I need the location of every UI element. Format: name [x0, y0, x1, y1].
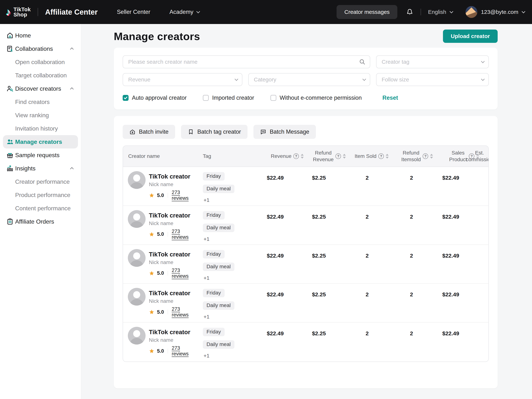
reviews-link[interactable]: 273 reviews [172, 229, 197, 240]
sort-arrows-icon[interactable] [386, 154, 389, 159]
sidebar-item-home[interactable]: Home [0, 29, 81, 42]
category-select[interactable]: Category [248, 73, 370, 86]
tiktok-shop-logo[interactable]: ♪ TikTok Shop [6, 7, 31, 17]
revenue-select[interactable]: Revenue [123, 73, 242, 86]
chevron-up-icon[interactable] [70, 167, 74, 171]
help-icon[interactable]: ? [469, 153, 474, 159]
cell-revenue: $22.49 [247, 245, 287, 283]
table-body: TikTok creator Nick name 5.0 273 reviews… [123, 167, 489, 362]
chevron-up-icon[interactable] [70, 47, 74, 51]
tag-chip: Friday [203, 289, 225, 297]
sidebar-item-insights[interactable]: Insights [0, 162, 81, 175]
checkbox-imported-creator[interactable]: Imported creator [203, 94, 254, 101]
help-icon[interactable]: ? [293, 153, 299, 159]
account-menu[interactable]: 123@byte.com [481, 9, 524, 15]
sidebar-item-view-ranking[interactable]: View ranking [0, 109, 81, 122]
checkbox-auto-approval-creator[interactable]: Auto approval creator [123, 94, 187, 101]
batch-invite-button[interactable]: Batch invite [123, 125, 175, 139]
reviews-link[interactable]: 273 reviews [172, 190, 197, 201]
creator-search-input[interactable] [123, 55, 370, 68]
reviews-link[interactable]: 273 reviews [172, 345, 197, 357]
star-icon [149, 309, 154, 315]
batch-toolbar: Batch inviteBatch tag creatorBatch Messa… [123, 125, 489, 139]
sort-arrows-icon[interactable] [343, 154, 346, 159]
column-label: Item Sold [355, 153, 376, 160]
sort-arrows-icon[interactable] [301, 154, 304, 159]
cell-refund_itemsold: 2 [372, 284, 417, 322]
checkbox-box[interactable] [270, 95, 276, 101]
cell-item_sold: 2 [329, 206, 372, 244]
search-icon[interactable] [359, 58, 366, 65]
chevron-down-icon [362, 77, 366, 81]
creator-nickname: Nick name [149, 220, 197, 226]
more-tags[interactable]: +1 [203, 275, 247, 281]
sidebar-item-creator-performance[interactable]: Creator performance [0, 175, 81, 188]
sidebar-item-invitation-history[interactable]: Invitation history [0, 122, 81, 135]
cell-revenue: $22.49 [247, 167, 287, 206]
sidebar-item-manage-creators[interactable]: Manage creators [3, 135, 78, 149]
filter-checkbox-row: Auto approval creatorImported creatorWit… [123, 94, 489, 101]
cell-refund_revenue: $2.25 [287, 323, 329, 362]
sidebar-item-target-collaboration[interactable]: Target collaboration [0, 69, 81, 82]
more-tags[interactable]: +1 [203, 236, 247, 242]
batch-tag-creator-button[interactable]: Batch tag creator [181, 125, 247, 139]
filter-card: Creator tag Revenue Category Follow size… [114, 48, 498, 110]
checkbox-box[interactable] [203, 95, 209, 101]
reset-filters-link[interactable]: Reset [382, 94, 398, 101]
language-selector[interactable]: English [428, 9, 452, 15]
sidebar-item-product-performance[interactable]: Product performance [0, 188, 81, 202]
tag-cell: FridayDaily meal+1 [197, 245, 247, 283]
creator-name[interactable]: TikTok creator [149, 212, 197, 219]
tag-cell: FridayDaily meal+1 [197, 167, 247, 206]
sidebar-item-label: Invitation history [15, 125, 58, 132]
reviews-link[interactable]: 273 reviews [172, 268, 197, 279]
tag-icon [188, 129, 194, 135]
account-avatar[interactable] [466, 6, 477, 18]
chevron-down-icon [522, 10, 525, 13]
sidebar-item-find-creators[interactable]: Find creators [0, 95, 81, 109]
sidebar-item-open-collaboration[interactable]: Open collaboration [0, 55, 81, 69]
creator-name[interactable]: TikTok creator [149, 173, 197, 180]
batch-message-button[interactable]: Batch Message [253, 125, 316, 139]
creator-nickname: Nick name [149, 181, 197, 187]
more-tags[interactable]: +1 [203, 353, 247, 359]
creator-avatar [128, 249, 146, 267]
sort-arrows-icon[interactable] [430, 154, 433, 159]
creator-name[interactable]: TikTok creator [149, 251, 197, 258]
sidebar-item-collaborations[interactable]: Collaborations [0, 42, 81, 55]
notification-bell-icon[interactable] [406, 8, 414, 16]
sort-arrows-icon[interactable] [476, 154, 479, 159]
reviews-link[interactable]: 273 reviews [172, 306, 197, 318]
help-icon[interactable]: ? [336, 153, 341, 159]
nav-academy[interactable]: Academy [170, 9, 199, 15]
creator-avatar [128, 288, 146, 305]
sidebar-item-discover-creators[interactable]: Discover creators [0, 82, 81, 95]
help-icon[interactable]: ? [378, 153, 384, 159]
creator-name[interactable]: TikTok creator [149, 329, 197, 336]
nav-seller-center[interactable]: Seller Center [117, 9, 150, 15]
upload-creator-button[interactable]: Upload creator [443, 30, 498, 43]
cell-est_commission [463, 167, 489, 206]
sidebar-item-content-performance[interactable]: Content performance [0, 202, 81, 215]
chevron-up-icon[interactable] [70, 87, 74, 91]
more-tags[interactable]: +1 [203, 197, 247, 203]
more-tags[interactable]: +1 [203, 314, 247, 320]
checkbox-box[interactable] [123, 95, 129, 101]
gift-icon [6, 151, 14, 159]
column-header-revenue[interactable]: Revenue? [247, 153, 287, 160]
help-icon[interactable]: ? [423, 153, 428, 159]
creator-rating: 5.0 [157, 193, 164, 198]
creator-name[interactable]: TikTok creator [149, 290, 197, 297]
tag-chip: Daily meal [203, 224, 234, 232]
column-label: RefundItemsold [401, 150, 421, 163]
creator-messages-button[interactable]: Creator messages [336, 5, 397, 19]
cell-sales_product: $22.49 [417, 323, 463, 362]
follow-size-select[interactable]: Follow size [376, 73, 489, 86]
page-header: Manage creators Upload creator [114, 29, 498, 44]
checkbox-without-e-commerce-permission[interactable]: Without e-commerce permission [270, 94, 362, 101]
sidebar-item-affiliate-orders[interactable]: Affiliate Orders [0, 215, 81, 228]
tag-chip: Friday [203, 172, 225, 181]
sidebar-item-label: Find creators [15, 99, 50, 106]
sidebar-item-sample-requests[interactable]: Sample requests [0, 149, 81, 162]
creator-tag-select[interactable]: Creator tag [376, 55, 489, 68]
